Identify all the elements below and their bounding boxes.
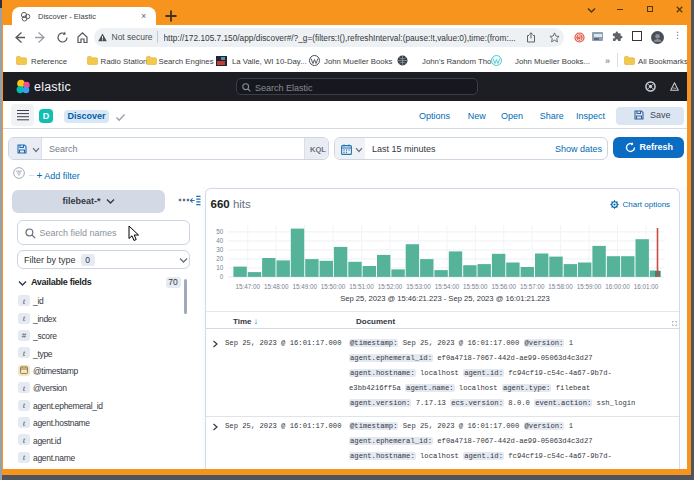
svg-text:15:50:00: 15:50:00: [321, 283, 346, 290]
svg-text:15:49:00: 15:49:00: [292, 283, 317, 290]
svg-text:16:00:00: 16:00:00: [605, 283, 630, 290]
svg-text:30: 30: [216, 246, 224, 253]
svg-text:15:51:00: 15:51:00: [349, 283, 374, 290]
svg-text:0: 0: [220, 273, 224, 280]
svg-text:15:56:00: 15:56:00: [492, 283, 517, 290]
svg-text:15:55:00: 15:55:00: [463, 283, 488, 290]
svg-text:20: 20: [216, 255, 224, 262]
svg-text:15:52:00: 15:52:00: [378, 283, 403, 290]
svg-text:5: 5: [577, 33, 581, 42]
svg-text:15:59:00: 15:59:00: [577, 283, 602, 290]
svg-text:15:47:00: 15:47:00: [236, 283, 261, 290]
svg-text:10: 10: [216, 264, 224, 271]
svg-text:15:48:00: 15:48:00: [264, 283, 289, 290]
svg-text:15:58:00: 15:58:00: [548, 283, 573, 290]
svg-text:15:53:00: 15:53:00: [406, 283, 431, 290]
svg-text:50: 50: [216, 228, 224, 235]
svg-text:15:57:00: 15:57:00: [520, 283, 545, 290]
svg-text:15:54:00: 15:54:00: [435, 283, 460, 290]
svg-text:16:01:00: 16:01:00: [634, 283, 659, 290]
svg-text:40: 40: [216, 237, 224, 244]
